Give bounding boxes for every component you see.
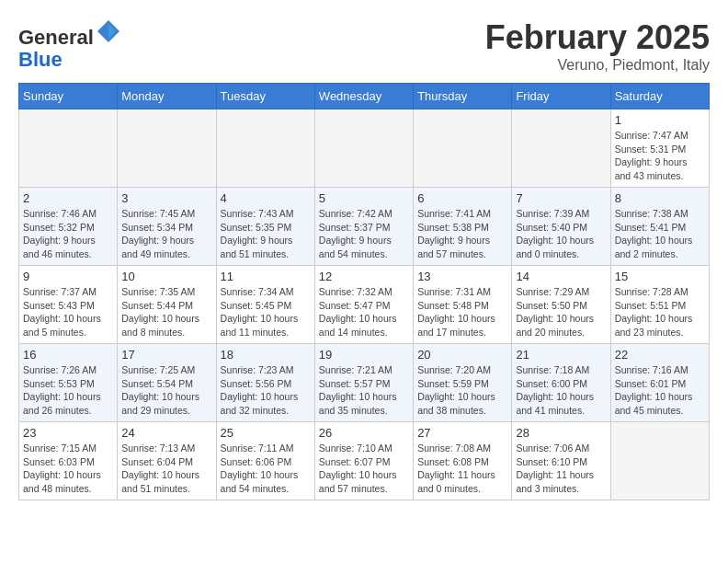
calendar-cell: 2Sunrise: 7:46 AM Sunset: 5:32 PM Daylig… [19, 188, 118, 266]
weekday-header-sunday: Sunday [19, 84, 118, 109]
day-info: Sunrise: 7:43 AM Sunset: 5:35 PM Dayligh… [221, 207, 311, 261]
day-info: Sunrise: 7:32 AM Sunset: 5:47 PM Dayligh… [319, 285, 409, 339]
calendar-cell: 9Sunrise: 7:37 AM Sunset: 5:43 PM Daylig… [19, 266, 118, 344]
day-number: 4 [221, 191, 311, 205]
location-subtitle: Veruno, Piedmont, Italy [485, 57, 710, 74]
calendar-cell [610, 422, 709, 500]
weekday-header-row: SundayMondayTuesdayWednesdayThursdayFrid… [19, 84, 710, 109]
day-number: 23 [23, 426, 113, 440]
day-info: Sunrise: 7:47 AM Sunset: 5:31 PM Dayligh… [615, 129, 705, 183]
calendar-cell: 13Sunrise: 7:31 AM Sunset: 5:48 PM Dayli… [414, 266, 512, 344]
day-info: Sunrise: 7:18 AM Sunset: 6:00 PM Dayligh… [516, 363, 606, 418]
day-info: Sunrise: 7:45 AM Sunset: 5:34 PM Dayligh… [121, 207, 211, 261]
calendar-cell: 24Sunrise: 7:13 AM Sunset: 6:04 PM Dayli… [118, 422, 216, 500]
day-number: 10 [121, 270, 211, 283]
calendar-cell: 17Sunrise: 7:25 AM Sunset: 5:54 PM Dayli… [118, 344, 216, 422]
day-info: Sunrise: 7:46 AM Sunset: 5:32 PM Dayligh… [23, 207, 113, 261]
day-info: Sunrise: 7:06 AM Sunset: 6:10 PM Dayligh… [516, 442, 606, 496]
day-info: Sunrise: 7:41 AM Sunset: 5:38 PM Dayligh… [417, 207, 507, 261]
day-info: Sunrise: 7:38 AM Sunset: 5:41 PM Dayligh… [615, 207, 705, 261]
day-number: 5 [319, 191, 409, 205]
calendar-week-row: 16Sunrise: 7:26 AM Sunset: 5:53 PM Dayli… [19, 344, 710, 422]
day-number: 3 [121, 191, 211, 205]
day-number: 2 [23, 191, 113, 205]
day-number: 16 [23, 348, 113, 362]
calendar-cell: 11Sunrise: 7:34 AM Sunset: 5:45 PM Dayli… [216, 266, 314, 344]
weekday-header-thursday: Thursday [414, 84, 512, 109]
calendar-cell: 14Sunrise: 7:29 AM Sunset: 5:50 PM Dayli… [512, 266, 610, 344]
calendar-cell: 5Sunrise: 7:42 AM Sunset: 5:37 PM Daylig… [314, 188, 413, 266]
day-info: Sunrise: 7:29 AM Sunset: 5:50 PM Dayligh… [516, 285, 606, 339]
day-number: 9 [23, 270, 113, 283]
day-info: Sunrise: 7:39 AM Sunset: 5:40 PM Dayligh… [516, 207, 606, 261]
month-title: February 2025 [485, 18, 710, 57]
calendar-cell: 16Sunrise: 7:26 AM Sunset: 5:53 PM Dayli… [19, 344, 118, 422]
day-info: Sunrise: 7:11 AM Sunset: 6:06 PM Dayligh… [221, 442, 311, 496]
calendar-cell: 21Sunrise: 7:18 AM Sunset: 6:00 PM Dayli… [512, 344, 610, 422]
logo: General Blue [18, 18, 121, 71]
page-header: General Blue February 2025 Veruno, Piedm… [18, 18, 710, 74]
day-number: 8 [615, 191, 705, 205]
day-info: Sunrise: 7:31 AM Sunset: 5:48 PM Dayligh… [417, 285, 507, 339]
calendar-cell: 26Sunrise: 7:10 AM Sunset: 6:07 PM Dayli… [314, 422, 413, 500]
calendar-cell: 27Sunrise: 7:08 AM Sunset: 6:08 PM Dayli… [414, 422, 512, 500]
calendar-cell: 8Sunrise: 7:38 AM Sunset: 5:41 PM Daylig… [610, 188, 709, 266]
day-number: 22 [615, 348, 705, 362]
calendar-cell: 12Sunrise: 7:32 AM Sunset: 5:47 PM Dayli… [314, 266, 413, 344]
day-number: 21 [516, 348, 606, 362]
day-number: 15 [615, 270, 705, 283]
day-number: 1 [615, 113, 705, 127]
calendar-cell [512, 109, 610, 188]
calendar-cell: 20Sunrise: 7:20 AM Sunset: 5:59 PM Dayli… [414, 344, 512, 422]
calendar-cell: 23Sunrise: 7:15 AM Sunset: 6:03 PM Dayli… [19, 422, 118, 500]
calendar-cell: 28Sunrise: 7:06 AM Sunset: 6:10 PM Dayli… [512, 422, 610, 500]
calendar-cell: 7Sunrise: 7:39 AM Sunset: 5:40 PM Daylig… [512, 188, 610, 266]
day-number: 24 [121, 426, 211, 440]
day-info: Sunrise: 7:15 AM Sunset: 6:03 PM Dayligh… [23, 442, 113, 496]
calendar-cell: 4Sunrise: 7:43 AM Sunset: 5:35 PM Daylig… [216, 188, 314, 266]
day-number: 14 [516, 270, 606, 283]
weekday-header-tuesday: Tuesday [216, 84, 314, 109]
calendar-cell [19, 109, 118, 188]
calendar-table: SundayMondayTuesdayWednesdayThursdayFrid… [18, 83, 710, 500]
logo-icon [96, 18, 121, 44]
day-number: 7 [516, 191, 606, 205]
day-number: 27 [417, 426, 507, 440]
calendar-week-row: 23Sunrise: 7:15 AM Sunset: 6:03 PM Dayli… [19, 422, 710, 500]
calendar-cell: 22Sunrise: 7:16 AM Sunset: 6:01 PM Dayli… [610, 344, 709, 422]
weekday-header-saturday: Saturday [610, 84, 709, 109]
day-info: Sunrise: 7:34 AM Sunset: 5:45 PM Dayligh… [221, 285, 311, 339]
calendar-cell: 10Sunrise: 7:35 AM Sunset: 5:44 PM Dayli… [118, 266, 216, 344]
day-info: Sunrise: 7:37 AM Sunset: 5:43 PM Dayligh… [23, 285, 113, 339]
calendar-cell [118, 109, 216, 188]
logo-blue-text: Blue [18, 48, 63, 71]
day-info: Sunrise: 7:16 AM Sunset: 6:01 PM Dayligh… [615, 363, 705, 418]
calendar-cell: 6Sunrise: 7:41 AM Sunset: 5:38 PM Daylig… [414, 188, 512, 266]
calendar-cell [414, 109, 512, 188]
day-number: 25 [221, 426, 311, 440]
day-number: 17 [121, 348, 211, 362]
calendar-cell: 1Sunrise: 7:47 AM Sunset: 5:31 PM Daylig… [610, 109, 709, 188]
day-info: Sunrise: 7:08 AM Sunset: 6:08 PM Dayligh… [417, 442, 507, 496]
day-info: Sunrise: 7:28 AM Sunset: 5:51 PM Dayligh… [615, 285, 705, 339]
day-number: 18 [221, 348, 311, 362]
calendar-cell: 18Sunrise: 7:23 AM Sunset: 5:56 PM Dayli… [216, 344, 314, 422]
calendar-week-row: 9Sunrise: 7:37 AM Sunset: 5:43 PM Daylig… [19, 266, 710, 344]
day-info: Sunrise: 7:23 AM Sunset: 5:56 PM Dayligh… [221, 363, 311, 418]
calendar-cell: 25Sunrise: 7:11 AM Sunset: 6:06 PM Dayli… [216, 422, 314, 500]
weekday-header-monday: Monday [118, 84, 216, 109]
day-info: Sunrise: 7:13 AM Sunset: 6:04 PM Dayligh… [121, 442, 211, 496]
day-info: Sunrise: 7:35 AM Sunset: 5:44 PM Dayligh… [121, 285, 211, 339]
day-info: Sunrise: 7:10 AM Sunset: 6:07 PM Dayligh… [319, 442, 409, 496]
calendar-cell: 15Sunrise: 7:28 AM Sunset: 5:51 PM Dayli… [610, 266, 709, 344]
day-number: 6 [417, 191, 507, 205]
day-number: 12 [319, 270, 409, 283]
day-number: 20 [417, 348, 507, 362]
title-block: February 2025 Veruno, Piedmont, Italy [485, 18, 710, 74]
calendar-cell [314, 109, 413, 188]
calendar-cell: 19Sunrise: 7:21 AM Sunset: 5:57 PM Dayli… [314, 344, 413, 422]
day-number: 11 [221, 270, 311, 283]
calendar-week-row: 1Sunrise: 7:47 AM Sunset: 5:31 PM Daylig… [19, 109, 710, 188]
day-info: Sunrise: 7:26 AM Sunset: 5:53 PM Dayligh… [23, 363, 113, 418]
day-number: 19 [319, 348, 409, 362]
